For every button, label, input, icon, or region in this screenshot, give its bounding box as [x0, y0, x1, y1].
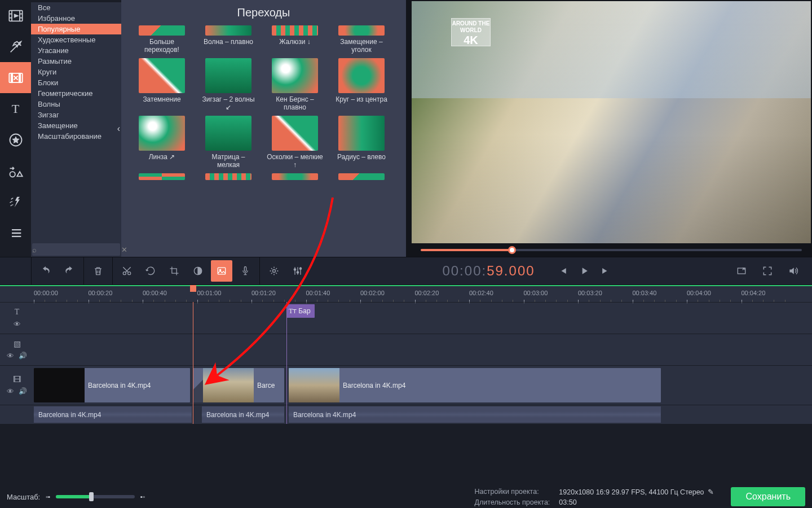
transition-label: Больше переходов! [134, 38, 190, 54]
overlay-track[interactable] [34, 334, 812, 365]
category-item[interactable]: Круги [31, 67, 121, 77]
title-tool[interactable]: T [0, 93, 31, 124]
list-tool[interactable] [0, 217, 31, 248]
transition-item[interactable] [333, 173, 390, 182]
shapes-tool[interactable] [0, 155, 31, 186]
transition-item[interactable]: Зигзаг – 2 волны ↙ [200, 58, 257, 111]
sticker-tool[interactable] [0, 124, 31, 155]
transition-item[interactable]: Осколки – мелкие ↑ [267, 116, 323, 169]
transition-item[interactable] [200, 173, 257, 182]
magic-tool[interactable] [0, 31, 31, 62]
transition-item[interactable]: Круг – из центра [333, 58, 390, 111]
settings-button[interactable] [263, 260, 285, 282]
fullscreen-button[interactable] [757, 260, 778, 282]
transition-handle[interactable] [193, 368, 203, 402]
video-track[interactable]: Barcelona in 4K.mp4BarceBarcelona in 4K.… [34, 365, 812, 405]
track-head-title[interactable]: T👁 [0, 302, 34, 334]
title-track[interactable]: TᴛБар [34, 302, 812, 334]
color-button[interactable] [187, 260, 209, 282]
equalizer-button[interactable] [287, 260, 308, 282]
ruler-tick: 00:03:00 [524, 290, 548, 296]
title-clip[interactable]: TᴛБар [286, 304, 315, 318]
ruler-tick: 00:02:20 [415, 290, 439, 296]
save-button[interactable]: Сохранить [731, 487, 805, 506]
preview-panel: AROUND THE WORLD 4K [406, 0, 812, 257]
category-item[interactable]: Зигзаг [31, 110, 121, 120]
rotate-button[interactable] [140, 260, 161, 282]
category-item[interactable]: Волны [31, 99, 121, 110]
audio-icon[interactable]: 🔊 [19, 387, 27, 396]
marker-line[interactable] [286, 302, 287, 424]
preview-scrub[interactable] [411, 243, 812, 257]
collapse-panel-chevron[interactable]: ‹ [117, 124, 120, 134]
audio-icon[interactable]: 🔊 [19, 352, 27, 360]
transition-item[interactable]: Затемнение [134, 58, 190, 111]
category-item[interactable]: Блоки [31, 77, 121, 88]
audio-clip[interactable]: Barcelona in 4K.mp4 [289, 406, 661, 423]
category-item[interactable]: Геометрические [31, 88, 121, 99]
zoom-in-icon[interactable]: ▪▫ [140, 493, 145, 500]
playhead[interactable] [193, 302, 193, 424]
clear-search-icon[interactable]: ✕ [121, 246, 127, 254]
audio-clip[interactable]: Barcelona in 4K.mp4 [202, 406, 284, 423]
category-item[interactable]: Угасание [31, 45, 121, 56]
visibility-icon[interactable]: 👁 [14, 320, 21, 329]
category-item[interactable]: Замещение [31, 120, 121, 131]
transition-item[interactable]: Волна – плавно [200, 25, 257, 54]
zoom-slider[interactable] [56, 495, 135, 498]
zoom-out-icon[interactable]: ▫▪ [46, 493, 50, 500]
category-item[interactable]: Художественные [31, 34, 121, 45]
video-clip[interactable]: Barcelona in 4K.mp4 [34, 368, 190, 402]
search-input[interactable] [37, 246, 121, 253]
category-item[interactable]: Избранное [31, 13, 121, 24]
crop-button[interactable] [164, 260, 185, 282]
category-item[interactable]: Масштабирование [31, 131, 121, 142]
mic-button[interactable] [235, 260, 256, 282]
image-button[interactable] [211, 260, 232, 282]
transition-item[interactable]: Матрица – мелкая [200, 116, 257, 169]
prev-button[interactable] [553, 260, 572, 282]
category-item[interactable]: Размытие [31, 56, 121, 67]
track-head-audio[interactable] [0, 405, 34, 424]
video-clip[interactable]: Barce [193, 368, 284, 402]
edit-settings-icon[interactable]: ✎ [708, 488, 714, 496]
delete-button[interactable] [87, 260, 109, 282]
transition-item[interactable]: Линза ↗ [134, 116, 190, 169]
export-frame-button[interactable] [731, 260, 752, 282]
transition-item[interactable]: Кен Бернс – плавно [267, 58, 323, 111]
category-search[interactable]: ⌕ ✕ [32, 243, 120, 256]
svg-rect-2 [11, 73, 12, 82]
transition-item[interactable] [267, 173, 323, 182]
visibility-icon[interactable]: 👁 [7, 352, 14, 360]
undo-button[interactable] [35, 260, 56, 282]
motion-tool[interactable] [0, 186, 31, 217]
redo-button[interactable] [59, 260, 80, 282]
cut-button[interactable] [116, 260, 138, 282]
volume-button[interactable] [783, 260, 804, 282]
audio-clip[interactable]: Barcelona in 4K.mp4 [34, 406, 192, 423]
audio-track[interactable]: Barcelona in 4K.mp4Barcelona in 4K.mp4Ba… [34, 405, 812, 424]
category-item[interactable]: Популярные [31, 24, 121, 34]
track-head-overlay[interactable]: ▧👁🔊 [0, 334, 34, 365]
left-toolbar: T [0, 0, 31, 257]
video-clip[interactable]: Barcelona in 4K.mp4 [289, 368, 661, 402]
transition-item[interactable]: Больше переходов! [134, 25, 190, 54]
category-item[interactable]: Все [31, 2, 121, 13]
transition-item[interactable]: Радиус – влево [333, 116, 390, 169]
transition-item[interactable] [134, 173, 190, 182]
next-button[interactable] [596, 260, 615, 282]
preview-viewport[interactable]: AROUND THE WORLD 4K [412, 1, 811, 243]
play-button[interactable] [575, 260, 594, 282]
timeline-ruler[interactable]: 00:00:0000:00:2000:00:4000:01:0000:01:20… [34, 286, 812, 302]
transition-item[interactable]: Жалюзи ↓ [267, 25, 323, 54]
svg-point-15 [299, 268, 301, 269]
transitions-tool[interactable] [0, 62, 31, 93]
transition-item[interactable]: Замещение – уголок [333, 25, 390, 54]
svg-rect-11 [244, 267, 246, 271]
scrub-handle[interactable] [508, 246, 516, 254]
visibility-icon[interactable]: 👁 [7, 387, 14, 396]
media-tool[interactable] [0, 0, 31, 31]
clip-thumbnail [34, 368, 85, 402]
track-head-video[interactable]: 🎞👁🔊 [0, 365, 34, 405]
svg-point-12 [273, 270, 276, 273]
